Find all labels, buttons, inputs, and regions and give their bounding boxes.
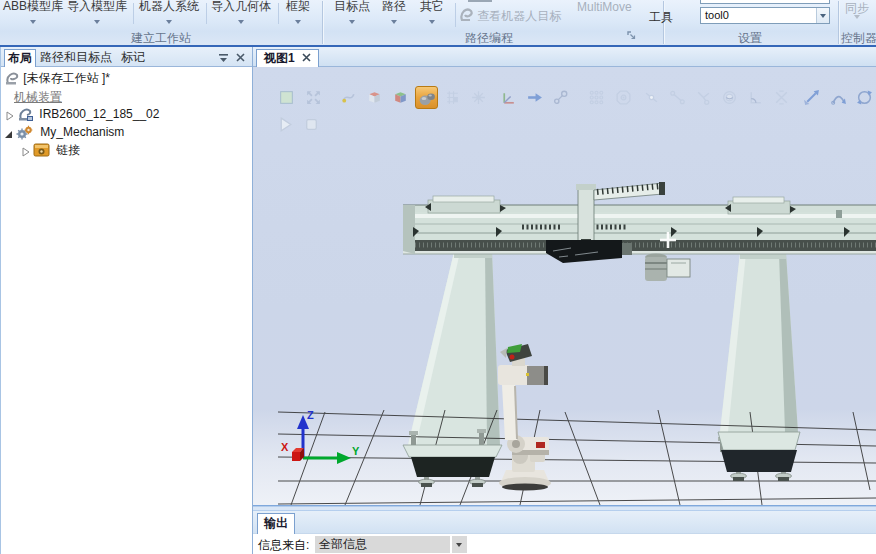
tree-item-my-mechanism[interactable]: My_Mechanism	[1, 124, 124, 141]
ribbon-button-abb-library[interactable]: ABB模型库	[2, 0, 64, 27]
multimove-label[interactable]: MultiMove	[577, 0, 632, 14]
workobject-combobox-partial[interactable]	[700, 0, 830, 4]
output-panel: 输出 信息来自: 全部信息	[253, 505, 876, 554]
message-source-label: 信息来自:	[258, 537, 309, 554]
chevron-down-icon	[94, 20, 100, 24]
chevron-down-icon	[429, 20, 435, 24]
link-icon	[33, 143, 50, 161]
ribbon-button-import-geometry[interactable]: 导入几何体	[209, 0, 273, 27]
tab-view1[interactable]: 视图1	[256, 49, 319, 67]
surface-select-icon[interactable]	[415, 86, 438, 109]
view-robot-target-button[interactable]: 查看机器人目标	[458, 7, 561, 25]
line-point-icon[interactable]	[640, 86, 663, 109]
divider	[455, 3, 456, 27]
tool-label: 工具	[649, 9, 673, 26]
close-icon[interactable]	[234, 51, 247, 64]
tree-item-station[interactable]: [未保存工作站 ]*	[4, 70, 110, 87]
expander-expanded-icon[interactable]	[4, 127, 13, 143]
ribbon-button-other[interactable]: 其它	[417, 0, 447, 27]
layout-browser-panel: 布局 路径和目标点 标记 [未保存工作站 ]* 机械装置	[0, 47, 253, 554]
tab-layout[interactable]: 布局	[4, 49, 36, 67]
group-divider	[838, 1, 839, 44]
chevron-down-icon	[349, 20, 355, 24]
output-filter-row: 信息来自: 全部信息	[253, 534, 876, 554]
zoom-fit-icon[interactable]	[302, 86, 325, 109]
group-label-settings: 设置	[738, 30, 762, 47]
curve-point-icon[interactable]	[337, 86, 360, 109]
close-icon[interactable]	[302, 50, 311, 67]
view-all-icon[interactable]	[275, 86, 298, 109]
output-tabstrip: 输出	[253, 511, 876, 534]
sphere-snap-icon[interactable]	[718, 86, 741, 109]
chevron-down-icon	[30, 20, 36, 24]
window-position-icon[interactable]	[217, 51, 230, 64]
link-points-icon[interactable]	[549, 86, 572, 109]
color-cube-icon[interactable]	[389, 86, 412, 109]
measure-arrow-icon[interactable]	[800, 86, 823, 109]
chevron-down-icon	[295, 20, 301, 24]
tree-item-mechanical-devices[interactable]: 机械装置	[14, 89, 62, 106]
chevron-down-icon[interactable]	[452, 536, 467, 553]
snap-object-icon[interactable]	[467, 86, 490, 109]
group-label-build-station: 建立工作站	[131, 30, 191, 47]
solid-cube-icon[interactable]	[363, 86, 386, 109]
chevron-down-icon	[391, 20, 397, 24]
world-axes-triad: Z Y X	[281, 409, 360, 464]
message-filter-combobox[interactable]: 全部信息	[315, 536, 450, 553]
document-area: 视图1	[253, 47, 876, 554]
tab-output[interactable]: 输出	[257, 513, 295, 534]
right-pillar	[720, 253, 798, 432]
divider	[206, 3, 207, 24]
tree-item-link[interactable]: 链接	[1, 142, 80, 159]
two-point-line-icon[interactable]	[666, 86, 689, 109]
stop-icon[interactable]	[300, 113, 323, 136]
circle-center-icon[interactable]	[612, 86, 635, 109]
arc-arrow-icon[interactable]	[827, 86, 850, 109]
3d-scene: Z Y X	[253, 67, 876, 505]
ribbon-button-robot-system[interactable]: 机器人系统	[137, 0, 201, 27]
ribbon: ABB模型库 导入模型库 机器人系统 导入几何体 框架 目标点 路径 其它 Mu…	[0, 0, 876, 47]
frame-axes-icon[interactable]	[497, 86, 520, 109]
angle-measure-icon[interactable]	[744, 86, 767, 109]
station-icon	[4, 71, 20, 90]
right-pillar-base	[718, 432, 800, 481]
expander-collapsed-icon[interactable]	[6, 109, 14, 125]
move-arrow-icon[interactable]	[523, 86, 546, 109]
rotate-arrows-icon[interactable]	[853, 86, 876, 109]
ribbon-button-frame[interactable]: 框架	[281, 0, 315, 27]
play-icon[interactable]	[274, 113, 297, 136]
chevron-down-icon	[854, 15, 860, 19]
chevron-down-icon	[166, 20, 172, 24]
document-tabstrip: 视图1	[253, 47, 876, 67]
ribbon-button-path[interactable]: 路径	[379, 0, 409, 27]
point-grid-icon[interactable]	[585, 86, 608, 109]
tree-item-irb2600[interactable]: IRB2600_12_185__02	[1, 106, 159, 123]
group-label-controller: 控制器	[841, 30, 876, 47]
tab-paths-targets[interactable]: 路径和目标点	[37, 49, 115, 67]
tool-combobox[interactable]: tool0	[700, 7, 830, 24]
swirl-robot-icon	[458, 7, 474, 26]
tab-tags[interactable]: 标记	[116, 49, 150, 67]
group-label-path-programming: 路径编程	[465, 30, 513, 47]
3d-viewport[interactable]: Z Y X	[253, 67, 876, 505]
chevron-down-icon[interactable]	[816, 8, 829, 23]
dialog-launcher-icon[interactable]	[627, 30, 637, 44]
group-divider	[322, 1, 323, 44]
ribbon-button-import-library[interactable]: 导入模型库	[64, 0, 130, 27]
axis-x-label: X	[281, 441, 289, 453]
robotstudio-window: ABB模型库 导入模型库 机器人系统 导入几何体 框架 目标点 路径 其它 Mu…	[0, 0, 876, 554]
divider	[133, 3, 134, 24]
fork-point-icon[interactable]	[692, 86, 715, 109]
divider	[278, 3, 279, 24]
ribbon-button-target[interactable]: 目标点	[331, 0, 373, 27]
cross-measure-icon[interactable]	[770, 86, 793, 109]
axis-y-label: Y	[352, 445, 360, 457]
chevron-down-icon	[238, 20, 244, 24]
expander-collapsed-icon[interactable]	[22, 145, 30, 161]
robot-irb2600	[498, 344, 551, 491]
sidebar-tabstrip: 布局 路径和目标点 标记	[1, 47, 252, 67]
gantry-beam	[403, 196, 876, 254]
axis-z-label: Z	[307, 409, 314, 421]
snap-grid-icon[interactable]	[441, 86, 464, 109]
partial-button	[468, 0, 492, 2]
